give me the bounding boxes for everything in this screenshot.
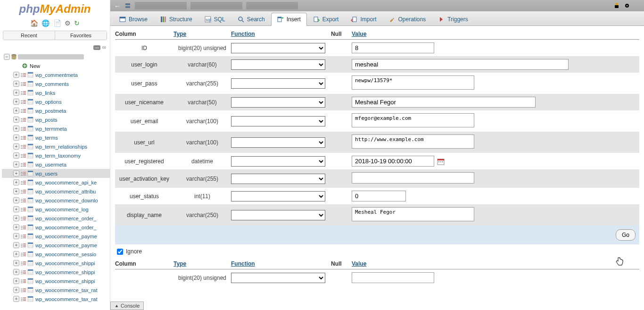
- table-node[interactable]: +wp_term_relationships: [2, 142, 110, 151]
- value-input-user_activation_key[interactable]: [352, 172, 474, 184]
- value-input-user_login[interactable]: [352, 59, 569, 70]
- function-select-user_url[interactable]: [231, 137, 325, 148]
- options-icon[interactable]: [20, 170, 26, 176]
- value-input-display_name[interactable]: Mesheal Fegor: [352, 207, 474, 221]
- table-node[interactable]: +wp_commentmeta: [2, 70, 110, 79]
- options-icon[interactable]: [20, 117, 26, 123]
- tab-structure[interactable]: Structure: [154, 13, 198, 25]
- function-select-ID[interactable]: [231, 43, 325, 53]
- table-node[interactable]: +wp_options: [2, 97, 110, 106]
- expand-icon[interactable]: +: [13, 287, 19, 293]
- function-select-user_registered[interactable]: [231, 156, 325, 167]
- table-node[interactable]: +wp_woocommerce_shippi: [2, 259, 110, 268]
- tab-sql[interactable]: sqlSQL: [198, 13, 231, 25]
- collapse-top-icon[interactable]: ⌃: [634, 1, 640, 10]
- table-node[interactable]: +wp_woocommerce_attribu: [2, 187, 110, 196]
- table-node[interactable]: +wp_woocommerce_payme: [2, 241, 110, 250]
- options-icon[interactable]: [20, 287, 26, 293]
- expand-icon[interactable]: +: [13, 108, 19, 114]
- value-input-user_registered[interactable]: [352, 156, 434, 167]
- options-icon[interactable]: [20, 215, 26, 221]
- server-icon[interactable]: [124, 2, 131, 9]
- expand-icon[interactable]: +: [13, 215, 19, 221]
- options-icon[interactable]: [20, 188, 26, 194]
- go-button[interactable]: Go: [616, 229, 636, 241]
- function-select-user_status[interactable]: [231, 191, 325, 201]
- sort-value[interactable]: Value: [352, 260, 639, 267]
- sort-type[interactable]: Type: [173, 31, 231, 37]
- expand-icon[interactable]: +: [13, 278, 19, 284]
- back-icon[interactable]: ←: [114, 2, 121, 9]
- table-node[interactable]: +wp_woocommerce_sessio: [2, 250, 110, 259]
- table-node[interactable]: +wp_woocommerce_api_ke: [2, 178, 110, 187]
- options-icon[interactable]: [20, 278, 26, 284]
- table-node[interactable]: +wp_woocommerce_tax_rat: [2, 285, 110, 294]
- docs-icon[interactable]: 📄: [53, 19, 61, 27]
- value-input[interactable]: [352, 272, 434, 283]
- options-icon[interactable]: [20, 179, 26, 185]
- console-toggle[interactable]: ▲ Console: [110, 302, 144, 310]
- tab-export[interactable]: Export: [307, 13, 345, 25]
- tab-search[interactable]: Search: [231, 13, 271, 25]
- value-input-user_url[interactable]: http://www.example.com: [352, 134, 474, 149]
- reload-icon[interactable]: ↻: [74, 19, 80, 27]
- expand-icon[interactable]: +: [13, 233, 19, 239]
- expand-icon[interactable]: +: [13, 269, 19, 275]
- value-input-user_pass[interactable]: newpw/13579*: [352, 75, 474, 90]
- options-icon[interactable]: [20, 72, 26, 78]
- expand-icon[interactable]: +: [13, 99, 19, 105]
- link-icon[interactable]: ∞: [102, 44, 106, 50]
- database-node[interactable]: −: [2, 52, 110, 61]
- expand-icon[interactable]: +: [13, 161, 19, 168]
- expand-icon[interactable]: +: [13, 179, 19, 185]
- expand-icon[interactable]: +: [13, 188, 19, 194]
- settings-icon[interactable]: ⚙: [65, 19, 71, 27]
- expand-icon[interactable]: +: [13, 260, 19, 266]
- options-icon[interactable]: [20, 134, 26, 141]
- function-select-user_email[interactable]: [231, 116, 325, 126]
- options-icon[interactable]: [20, 296, 26, 302]
- options-icon[interactable]: [20, 224, 26, 230]
- tab-insert[interactable]: Insert: [271, 13, 307, 26]
- sort-value[interactable]: Value: [352, 31, 639, 37]
- table-node[interactable]: +wp_users: [2, 169, 110, 178]
- new-table-link[interactable]: New: [2, 61, 110, 70]
- options-icon[interactable]: [20, 206, 26, 212]
- options-icon[interactable]: [20, 197, 26, 203]
- calendar-icon[interactable]: [437, 158, 445, 165]
- expand-icon[interactable]: +: [13, 197, 19, 203]
- lock-icon[interactable]: [613, 2, 620, 9]
- table-node[interactable]: +wp_comments: [2, 79, 110, 88]
- expand-icon[interactable]: +: [13, 251, 19, 257]
- expand-icon[interactable]: +: [13, 90, 19, 96]
- value-input-user_email[interactable]: mfegor@example.com: [352, 113, 474, 127]
- options-icon[interactable]: [20, 161, 26, 168]
- expand-icon[interactable]: +: [13, 170, 19, 176]
- tab-triggers[interactable]: Triggers: [432, 13, 474, 25]
- home-icon[interactable]: 🏠: [30, 19, 38, 27]
- recent-tab[interactable]: Recent: [3, 31, 55, 40]
- table-node[interactable]: +wp_termmeta: [2, 124, 110, 133]
- ignore-checkbox[interactable]: [117, 249, 123, 255]
- table-node[interactable]: +wp_woocommerce_order_: [2, 223, 110, 232]
- function-select-user_login[interactable]: [231, 59, 325, 70]
- table-node[interactable]: +wp_woocommerce_tax_rat: [2, 294, 110, 303]
- value-input-ID[interactable]: [352, 42, 434, 53]
- options-icon[interactable]: [20, 126, 26, 132]
- options-icon[interactable]: [20, 242, 26, 248]
- options-icon[interactable]: [20, 143, 26, 150]
- table-node[interactable]: +wp_woocommerce_log: [2, 205, 110, 214]
- options-icon[interactable]: [20, 99, 26, 105]
- value-input-user_status[interactable]: [352, 191, 406, 201]
- value-input-user_nicename[interactable]: [352, 97, 536, 108]
- table-node[interactable]: +wp_term_taxonomy: [2, 151, 110, 160]
- expand-icon[interactable]: +: [13, 206, 19, 212]
- expand-icon[interactable]: +: [13, 117, 19, 123]
- function-select-user_activation_key[interactable]: [231, 174, 325, 184]
- table-node[interactable]: +wp_woocommerce_payme: [2, 232, 110, 241]
- options-icon[interactable]: [20, 90, 26, 96]
- collapse-icon[interactable]: −: [4, 54, 10, 60]
- options-icon[interactable]: [20, 108, 26, 114]
- tab-operations[interactable]: Operations: [382, 13, 432, 25]
- function-select[interactable]: [231, 273, 325, 283]
